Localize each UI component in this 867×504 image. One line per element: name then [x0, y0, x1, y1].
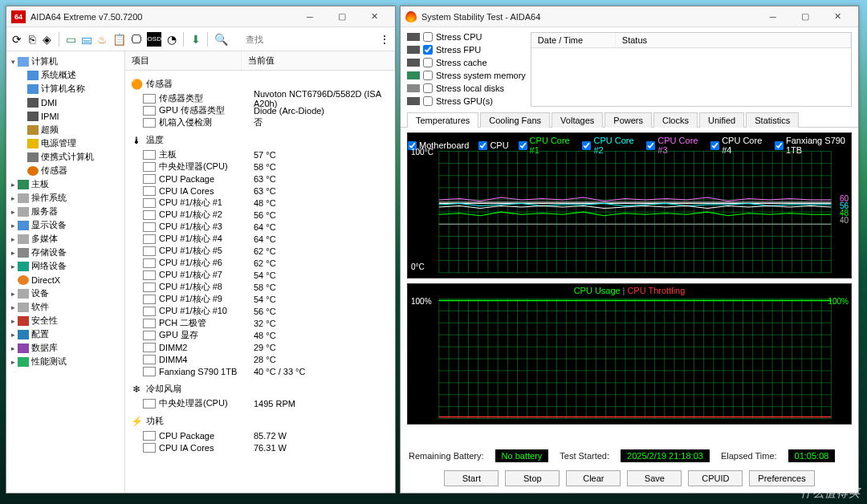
osd-icon[interactable]: OSD — [147, 32, 161, 47]
titlebar[interactable]: System Stability Test - AIDA64 ─ ▢ ✕ — [401, 6, 858, 27]
sensor-row[interactable]: 中央处理器(CPU)1495 RPM — [125, 397, 395, 409]
sensor-row[interactable]: DIMM229 °C — [125, 341, 395, 353]
tree-item[interactable]: ▸配置 — [8, 327, 123, 341]
tab[interactable]: Powers — [604, 112, 652, 128]
monitor-icon[interactable]: 🖵 — [131, 32, 142, 47]
tree-item[interactable]: ▸性能测试 — [8, 355, 123, 368]
sensor-row[interactable]: CPU #1/核心 #754 °C — [125, 269, 395, 281]
tree-item[interactable]: 计算机名称 — [8, 82, 123, 96]
tree-item[interactable]: ▸存储设备 — [8, 246, 123, 259]
preferences-button[interactable]: Preferences — [749, 470, 814, 486]
stress-option[interactable]: Stress CPU — [407, 32, 526, 42]
start-label: Test Started: — [560, 451, 609, 461]
tree-item[interactable]: 系统概述 — [8, 68, 123, 82]
sensor-row[interactable]: Fanxiang S790 1TB40 °C / 33 °C — [125, 365, 395, 377]
elapsed-value: 01:05:08 — [788, 449, 836, 462]
sensor-row[interactable]: PCH 二极管32 °C — [125, 317, 395, 329]
tree-item[interactable]: ▸安全性 — [8, 314, 123, 327]
tree-item[interactable]: ▸显示设备 — [8, 218, 123, 232]
ram-icon[interactable]: ▭ — [66, 32, 76, 47]
tree-item[interactable]: 超频 — [8, 123, 123, 136]
stop-button[interactable]: Stop — [505, 470, 560, 486]
sensor-row[interactable]: CPU #1/核心 #148 °C — [125, 197, 395, 209]
tab[interactable]: Statistics — [746, 112, 799, 128]
minimize-button[interactable]: ─ — [757, 7, 789, 26]
sensor-row[interactable]: CPU #1/核心 #256 °C — [125, 209, 395, 221]
app-badge-icon: 64 — [11, 10, 26, 23]
sensor-row[interactable]: CPU #1/核心 #1056 °C — [125, 305, 395, 317]
sensor-row[interactable]: 中央处理器(CPU)58 °C — [125, 161, 395, 173]
tree-item[interactable]: DMI — [8, 96, 123, 109]
maximize-button[interactable]: ▢ — [326, 7, 358, 26]
stress-option[interactable]: Stress local disks — [407, 83, 526, 93]
start-button[interactable]: Start — [444, 470, 499, 486]
close-button[interactable]: ✕ — [358, 7, 390, 26]
sensor-row[interactable]: CPU #1/核心 #662 °C — [125, 257, 395, 269]
stress-option[interactable]: Stress system memory — [407, 71, 526, 80]
gauge-icon[interactable]: ◔ — [166, 32, 177, 47]
tree-item[interactable]: 传感器 — [8, 164, 123, 177]
search-icon[interactable]: 🔍 — [214, 32, 228, 47]
tree-item[interactable]: DirectX — [8, 273, 123, 287]
stress-option[interactable]: Stress cache — [407, 58, 526, 67]
col-field[interactable]: 项目 — [125, 51, 242, 70]
titlebar[interactable]: 64 AIDA64 Extreme v7.50.7200 ─ ▢ ✕ — [6, 6, 395, 27]
download-icon[interactable]: ⬇ — [190, 32, 201, 47]
cpuid-button[interactable]: CPUID — [688, 470, 743, 486]
sensor-row[interactable]: GPU 传感器类型Diode (Arc-Diode) — [125, 104, 395, 116]
tree-item[interactable]: ▸服务器 — [8, 205, 123, 218]
refresh-icon[interactable]: ⟳ — [11, 32, 22, 47]
list-header: 项目 当前值 — [125, 51, 395, 71]
sensor-row[interactable]: CPU Package63 °C — [125, 173, 395, 185]
copy-icon[interactable]: ⎘ — [26, 32, 37, 47]
sensor-row[interactable]: 主板57 °C — [125, 148, 395, 161]
sensor-row[interactable]: CPU #1/核心 #858 °C — [125, 281, 395, 293]
sensor-row[interactable]: CPU IA Cores63 °C — [125, 185, 395, 197]
sensor-row[interactable]: 传感器类型Nuvoton NCT6796D/5582D (ISA A20h) — [125, 92, 395, 104]
tree-item[interactable]: ▸操作系统 — [8, 191, 123, 205]
tab[interactable]: Temperatures — [407, 112, 478, 128]
sensor-row[interactable]: CPU IA Cores76.31 W — [125, 441, 395, 453]
sensor-row[interactable]: 机箱入侵检测否 — [125, 116, 395, 128]
sensor-row[interactable]: CPU #1/核心 #364 °C — [125, 221, 395, 233]
search-input[interactable] — [241, 33, 374, 46]
minimize-button[interactable]: ─ — [294, 7, 326, 26]
tab[interactable]: Clocks — [653, 112, 698, 128]
sensor-row[interactable]: GPU 显存48 °C — [125, 329, 395, 341]
report-icon[interactable]: ◈ — [42, 32, 52, 47]
close-button[interactable]: ✕ — [821, 7, 853, 26]
clipboard-icon[interactable]: 📋 — [112, 32, 126, 47]
sensor-row[interactable]: CPU Package85.72 W — [125, 429, 395, 441]
sensor-list[interactable]: 项目 当前值 🟠传感器传感器类型Nuvoton NCT6796D/5582D (… — [125, 51, 395, 493]
sensor-row[interactable]: CPU #1/核心 #954 °C — [125, 293, 395, 305]
tab[interactable]: Unified — [699, 112, 744, 128]
tab[interactable]: Voltages — [552, 112, 603, 128]
flame-icon[interactable]: ♨ — [97, 32, 108, 47]
tree-item[interactable]: ▸数据库 — [8, 341, 123, 355]
stress-option[interactable]: Stress FPU — [407, 45, 526, 55]
disk-icon[interactable]: 🖴 — [81, 32, 92, 47]
menu-icon[interactable]: ⋮ — [379, 32, 390, 47]
log-col-status[interactable]: Status — [616, 33, 851, 47]
tree-item[interactable]: ▸主板 — [8, 177, 123, 191]
maximize-button[interactable]: ▢ — [789, 7, 821, 26]
tree-item[interactable]: IPMI — [8, 109, 123, 123]
sensor-row[interactable]: DIMM428 °C — [125, 353, 395, 365]
tab[interactable]: Cooling Fans — [480, 112, 550, 128]
tree-item[interactable]: 便携式计算机 — [8, 150, 123, 164]
col-value[interactable]: 当前值 — [242, 51, 395, 70]
stress-option[interactable]: Stress GPU(s) — [407, 96, 526, 106]
clear-button[interactable]: Clear — [566, 470, 621, 486]
tree-item[interactable]: ▸网络设备 — [8, 259, 123, 273]
log-col-datetime[interactable]: Date / Time — [531, 33, 616, 47]
button-row: StartStopClearSaveCPUIDPreferences — [401, 467, 858, 493]
tree-item[interactable]: ▸设备 — [8, 287, 123, 300]
tree-item[interactable]: ▾计算机 — [8, 55, 123, 68]
tree-item[interactable]: 电源管理 — [8, 136, 123, 150]
tree-item[interactable]: ▸多媒体 — [8, 232, 123, 246]
nav-tree[interactable]: ▾计算机系统概述计算机名称DMIIPMI超频电源管理便携式计算机传感器▸主板▸操… — [6, 51, 125, 493]
tree-item[interactable]: ▸软件 — [8, 300, 123, 314]
sensor-row[interactable]: CPU #1/核心 #464 °C — [125, 233, 395, 245]
save-button[interactable]: Save — [627, 470, 682, 486]
sensor-row[interactable]: CPU #1/核心 #562 °C — [125, 245, 395, 257]
